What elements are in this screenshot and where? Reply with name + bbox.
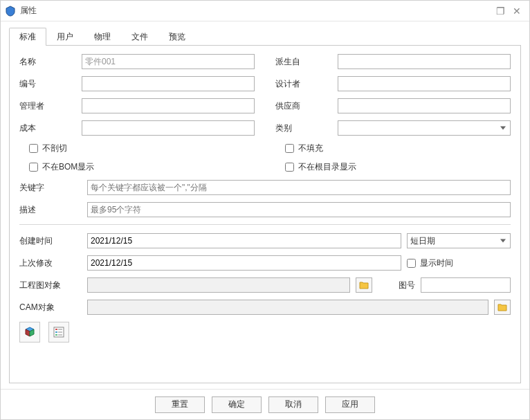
tab-panel: 名称 派生自 编号 设计者 管理者 供应商 (9, 45, 521, 383)
created-field[interactable] (87, 233, 401, 248)
label-modified: 上次修改 (19, 257, 82, 269)
cost-field[interactable] (82, 120, 255, 136)
label-drawing-obj: 工程图对象 (19, 280, 82, 291)
reset-button[interactable]: 重置 (155, 396, 205, 413)
close-icon[interactable]: ✕ (509, 6, 525, 17)
svg-rect-1 (55, 329, 57, 330)
tool-button-2[interactable] (48, 322, 69, 343)
designer-field[interactable] (338, 76, 511, 91)
show-time-checkbox[interactable] (407, 259, 416, 268)
not-in-bom-checkbox[interactable] (29, 163, 38, 172)
label-supplier: 供应商 (275, 100, 338, 112)
description-field[interactable] (87, 202, 511, 217)
svg-rect-3 (55, 334, 57, 336)
label-not-in-bom: 不在BOM显示 (42, 161, 94, 173)
svg-rect-2 (55, 331, 57, 333)
cam-obj-browse-button[interactable] (494, 300, 511, 315)
label-description: 描述 (19, 204, 82, 216)
label-no-section: 不剖切 (42, 143, 67, 154)
derived-from-field[interactable] (338, 54, 511, 69)
label-designer: 设计者 (275, 78, 338, 90)
cube-icon (24, 326, 36, 338)
list-icon (53, 326, 65, 338)
label-cost: 成本 (19, 122, 82, 134)
drawing-obj-browse-button[interactable] (356, 277, 372, 293)
label-name: 名称 (19, 56, 82, 68)
drawing-no-field[interactable] (421, 277, 511, 293)
titlebar: 属性 ❐ ✕ (1, 1, 529, 21)
no-section-checkbox[interactable] (29, 144, 38, 153)
folder-icon (359, 281, 369, 289)
cancel-button[interactable]: 取消 (268, 396, 318, 413)
label-not-in-root: 不在根目录显示 (298, 161, 356, 173)
folder-icon (497, 303, 507, 311)
label-derived-from: 派生自 (275, 56, 338, 68)
label-keywords: 关键字 (19, 182, 82, 194)
label-drawing-no: 图号 (383, 280, 415, 291)
properties-window: 属性 ❐ ✕ 标准 用户 物理 文件 预览 名称 派生自 编号 设计者 (0, 0, 530, 420)
label-created: 创建时间 (19, 235, 82, 247)
modified-field[interactable] (87, 255, 401, 271)
no-fill-checkbox[interactable] (285, 144, 294, 153)
label-cam-obj: CAM对象 (19, 302, 82, 313)
tool-button-1[interactable] (19, 322, 40, 343)
help-icon[interactable]: ❐ (492, 6, 509, 17)
tab-file[interactable]: 文件 (121, 28, 158, 46)
ok-button[interactable]: 确定 (212, 396, 262, 413)
supplier-field[interactable] (338, 98, 511, 113)
window-title: 属性 (20, 5, 492, 17)
date-format-combo[interactable]: 短日期 (407, 233, 511, 248)
number-field[interactable] (82, 76, 255, 91)
apply-button[interactable]: 应用 (325, 396, 375, 413)
footer: 重置 确定 取消 应用 (1, 389, 529, 419)
tab-physics[interactable]: 物理 (84, 28, 121, 46)
tab-preview[interactable]: 预览 (158, 28, 196, 46)
drawing-obj-field[interactable] (87, 277, 350, 293)
divider (19, 224, 511, 225)
tab-bar: 标准 用户 物理 文件 预览 (1, 21, 529, 45)
label-number: 编号 (19, 78, 82, 90)
keywords-field[interactable] (87, 180, 511, 195)
label-no-fill: 不填充 (298, 143, 323, 154)
tab-standard[interactable]: 标准 (9, 28, 46, 46)
tab-user[interactable]: 用户 (46, 28, 84, 46)
label-category: 类别 (275, 122, 338, 134)
label-show-time: 显示时间 (420, 257, 453, 269)
not-in-root-checkbox[interactable] (285, 163, 294, 172)
manager-field[interactable] (82, 98, 255, 113)
category-combo[interactable] (338, 120, 511, 136)
label-manager: 管理者 (19, 100, 82, 112)
name-field[interactable] (82, 54, 255, 69)
cam-obj-field[interactable] (87, 300, 488, 315)
app-icon (5, 6, 16, 17)
